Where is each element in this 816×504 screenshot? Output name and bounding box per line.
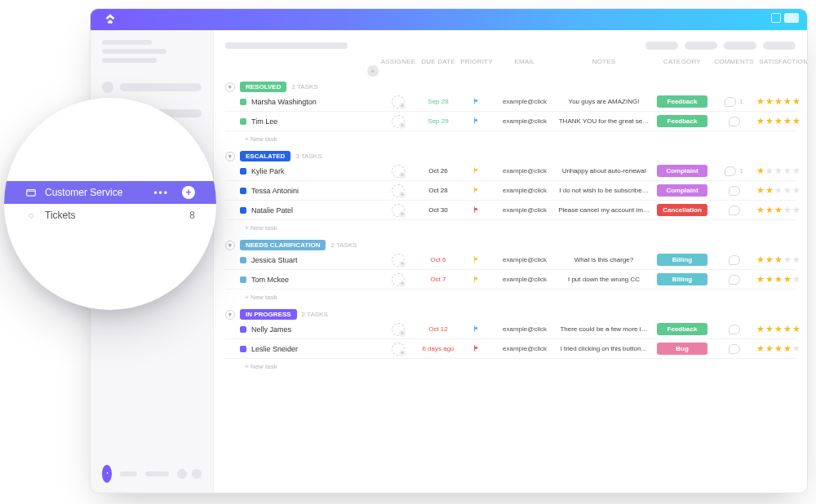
col-priority[interactable]: PRIORITY	[459, 58, 494, 65]
new-task-button[interactable]: + New task	[225, 290, 796, 301]
assignee-avatar-icon[interactable]	[392, 165, 405, 178]
table-row[interactable]: Tom Mckee Oct 7 example@click I put down…	[225, 270, 796, 290]
sidebar-item-tickets[interactable]: ○ Tickets 8	[4, 204, 216, 227]
category-cell[interactable]: Feedback	[653, 115, 712, 127]
task-name[interactable]: Leslie Sneider	[240, 345, 379, 353]
comments-cell[interactable]	[712, 186, 756, 196]
due-date[interactable]: Oct 28	[418, 187, 459, 194]
priority-flag-icon[interactable]	[459, 166, 494, 176]
comments-cell[interactable]	[712, 344, 756, 354]
priority-flag-icon[interactable]	[459, 117, 494, 126]
assignee-avatar-icon[interactable]	[392, 254, 405, 267]
task-name[interactable]: Nelly James	[240, 325, 379, 334]
assignee-avatar-icon[interactable]	[392, 343, 405, 356]
assignee-avatar-icon[interactable]	[392, 204, 405, 217]
section-header[interactable]: ▾ IN PROGRESS 2 TASKS	[225, 309, 796, 320]
new-task-button[interactable]: + New task	[225, 220, 796, 232]
col-category[interactable]: CATEGORY	[653, 58, 712, 65]
chevron-down-icon[interactable]: ▾	[225, 82, 235, 92]
task-name[interactable]: Marsha Washington	[240, 98, 379, 106]
due-date[interactable]: Oct 26	[418, 167, 459, 175]
comments-cell[interactable]	[712, 275, 756, 285]
table-row[interactable]: Jessica Stuart Oct 6 example@click What …	[225, 250, 796, 270]
section-header[interactable]: ▾ ESCALATED 3 TASKS	[225, 151, 796, 161]
col-satisfaction[interactable]: SATISFACTION LEVEL	[756, 58, 807, 65]
table-row[interactable]: Kylie Park Oct 26 example@click Unhappy …	[225, 161, 796, 181]
col-due[interactable]: DUE DATE	[418, 58, 459, 65]
table-row[interactable]: Leslie Sneider 6 days ago example@click …	[225, 339, 796, 359]
task-name[interactable]: Tim Lee	[240, 117, 379, 126]
satisfaction-stars[interactable]: ★★★★★	[756, 205, 807, 215]
comments-cell[interactable]	[712, 325, 756, 334]
task-name[interactable]: Tom Mckee	[240, 276, 379, 284]
assignee-cell[interactable]	[379, 343, 418, 356]
task-name[interactable]: Kylie Park	[240, 167, 379, 175]
assignee-cell[interactable]	[379, 254, 418, 267]
priority-flag-icon[interactable]	[459, 275, 494, 285]
assignee-cell[interactable]	[379, 95, 418, 108]
add-list-button[interactable]: +	[182, 186, 195, 199]
priority-flag-icon[interactable]	[459, 344, 494, 354]
col-notes[interactable]: NOTES	[555, 58, 653, 65]
assignee-cell[interactable]	[379, 273, 418, 286]
table-row[interactable]: Marsha Washington Sep 28 example@click Y…	[225, 92, 796, 112]
new-task-button[interactable]: + New task	[225, 131, 796, 143]
comments-cell[interactable]	[712, 206, 756, 215]
more-icon[interactable]: •••	[153, 187, 169, 198]
assignee-avatar-icon[interactable]	[392, 273, 405, 286]
due-date[interactable]: Oct 7	[418, 276, 459, 283]
comments-cell[interactable]	[712, 255, 756, 265]
satisfaction-stars[interactable]: ★★★★★	[756, 324, 807, 334]
col-email[interactable]: EMAIL	[494, 58, 555, 65]
assignee-cell[interactable]	[379, 184, 418, 197]
satisfaction-stars[interactable]: ★★★★★	[756, 274, 807, 285]
section-header[interactable]: ▾ RESOLVED 2 TASKS	[225, 82, 796, 92]
table-row[interactable]: Tim Lee Sep 29 example@click THANK YOU f…	[225, 112, 796, 131]
category-cell[interactable]: Feedback	[653, 95, 712, 108]
assignee-avatar-icon[interactable]	[392, 323, 405, 336]
priority-flag-icon[interactable]	[459, 255, 494, 265]
chevron-down-icon[interactable]: ▾	[225, 241, 235, 250]
category-cell[interactable]: Bug	[653, 343, 712, 355]
satisfaction-stars[interactable]: ★★★★★	[756, 96, 807, 107]
table-row[interactable]: Tessa Antonini Oct 28 example@click I do…	[225, 181, 796, 201]
category-cell[interactable]: Complaint	[653, 165, 712, 177]
priority-flag-icon[interactable]	[459, 97, 494, 107]
category-cell[interactable]: Feedback	[653, 323, 712, 335]
assignee-avatar-icon[interactable]	[392, 95, 405, 108]
category-cell[interactable]: Cancellation	[653, 204, 712, 216]
assignee-avatar-icon[interactable]	[392, 115, 405, 128]
due-date[interactable]: Oct 30	[418, 206, 459, 214]
add-column-button[interactable]: +	[367, 65, 379, 77]
priority-flag-icon[interactable]	[459, 325, 494, 334]
assignee-avatar-icon[interactable]	[392, 184, 405, 197]
satisfaction-stars[interactable]: ★★★★★	[756, 254, 807, 265]
comments-cell[interactable]	[712, 117, 756, 126]
window-controls[interactable]	[771, 13, 799, 23]
col-comments[interactable]: COMMENTS	[712, 58, 756, 65]
comments-cell[interactable]: 1	[712, 166, 756, 176]
assignee-cell[interactable]	[379, 204, 418, 217]
category-cell[interactable]: Complaint	[653, 184, 712, 197]
due-date[interactable]: Sep 29	[418, 117, 459, 125]
col-assignee[interactable]: ASSIGNEE	[379, 58, 418, 65]
satisfaction-stars[interactable]: ★★★★★	[756, 166, 807, 176]
table-row[interactable]: Nelly James Oct 12 example@click There c…	[225, 320, 796, 339]
satisfaction-stars[interactable]: ★★★★★	[756, 185, 807, 196]
category-cell[interactable]: Billing	[653, 273, 712, 285]
task-name[interactable]: Jessica Stuart	[240, 256, 379, 264]
due-date[interactable]: 6 days ago	[418, 345, 459, 352]
assignee-cell[interactable]	[379, 115, 418, 128]
assignee-cell[interactable]	[379, 323, 418, 336]
task-name[interactable]: Natalie Patel	[240, 206, 379, 214]
chevron-down-icon[interactable]: ▾	[225, 310, 235, 320]
section-header[interactable]: ▾ NEEDS CLARIFICATION 2 TASKS	[225, 240, 796, 250]
view-actions[interactable]	[645, 42, 796, 50]
category-cell[interactable]: Billing	[653, 254, 712, 266]
priority-flag-icon[interactable]	[459, 206, 494, 215]
chevron-down-icon[interactable]: ▾	[225, 152, 235, 161]
satisfaction-stars[interactable]: ★★★★★	[756, 343, 807, 354]
sidebar-item-customer-service[interactable]: Customer Service ••• +	[4, 181, 216, 204]
satisfaction-stars[interactable]: ★★★★★	[756, 116, 807, 126]
due-date[interactable]: Oct 12	[418, 325, 459, 333]
